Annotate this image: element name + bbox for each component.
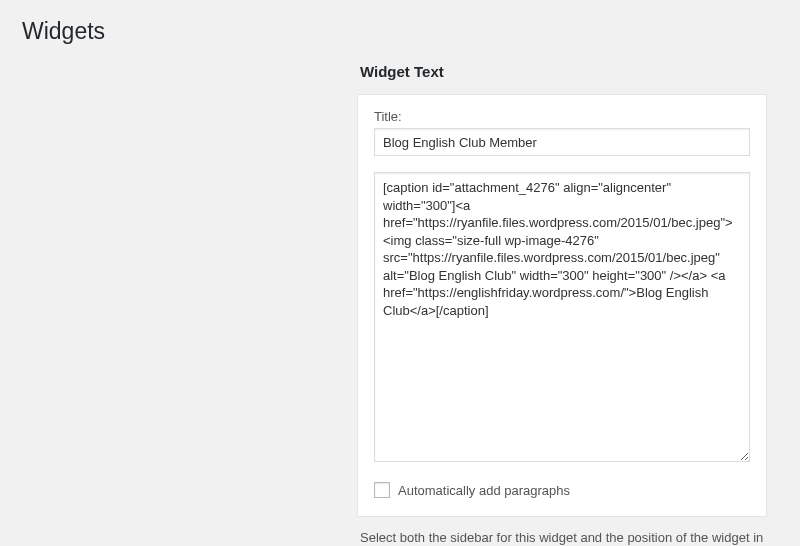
content-textarea[interactable] (374, 172, 750, 462)
auto-paragraph-row: Automatically add paragraphs (374, 482, 750, 498)
widget-heading: Widget Text (357, 63, 800, 94)
widget-editor-area: Widget Text Title: Automatically add par… (0, 45, 800, 546)
title-label: Title: (374, 109, 750, 124)
helper-text: Select both the sidebar for this widget … (357, 529, 767, 546)
auto-paragraph-label: Automatically add paragraphs (398, 483, 570, 498)
title-input[interactable] (374, 128, 750, 156)
page-title: Widgets (0, 0, 800, 45)
auto-paragraph-checkbox[interactable] (374, 482, 390, 498)
widget-form: Title: Automatically add paragraphs (357, 94, 767, 517)
